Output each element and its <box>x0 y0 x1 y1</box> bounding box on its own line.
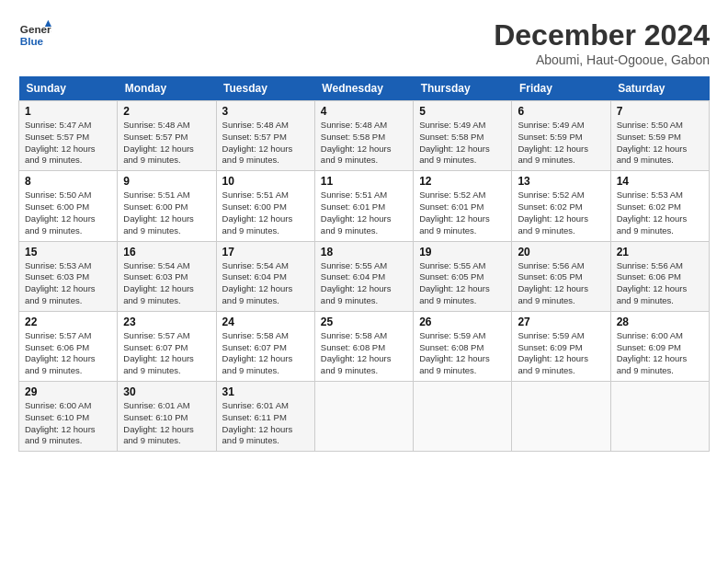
day-info: Sunrise: 5:54 AMSunset: 6:04 PMDaylight:… <box>222 260 309 307</box>
day-info: Sunrise: 5:58 AMSunset: 6:07 PMDaylight:… <box>222 330 309 377</box>
calendar-cell <box>314 382 413 452</box>
day-number: 26 <box>419 316 506 328</box>
calendar-cell: 1 Sunrise: 5:47 AMSunset: 5:57 PMDayligh… <box>19 101 118 171</box>
day-number: 29 <box>25 385 111 398</box>
weekday-header-thursday: Thursday <box>414 76 512 101</box>
day-info: Sunrise: 5:59 AMSunset: 6:09 PMDaylight:… <box>518 330 604 377</box>
calendar-cell: 13 Sunrise: 5:52 AMSunset: 6:02 PMDaylig… <box>512 171 610 241</box>
calendar-week-1: 1 Sunrise: 5:47 AMSunset: 5:57 PMDayligh… <box>19 101 710 171</box>
calendar-cell: 31 Sunrise: 6:01 AMSunset: 6:11 PMDaylig… <box>216 382 314 452</box>
calendar-cell: 15 Sunrise: 5:53 AMSunset: 6:03 PMDaylig… <box>19 241 118 311</box>
weekday-header-friday: Friday <box>512 76 610 101</box>
weekday-header-monday: Monday <box>118 76 216 101</box>
calendar-cell: 11 Sunrise: 5:51 AMSunset: 6:01 PMDaylig… <box>314 171 413 241</box>
calendar-cell: 14 Sunrise: 5:53 AMSunset: 6:02 PMDaylig… <box>610 171 709 241</box>
calendar-cell: 28 Sunrise: 6:00 AMSunset: 6:09 PMDaylig… <box>610 311 709 381</box>
day-info: Sunrise: 5:53 AMSunset: 6:03 PMDaylight:… <box>25 260 111 307</box>
calendar-cell: 22 Sunrise: 5:57 AMSunset: 6:06 PMDaylig… <box>19 311 118 381</box>
day-info: Sunrise: 5:52 AMSunset: 6:01 PMDaylight:… <box>419 190 506 236</box>
day-number: 25 <box>321 316 407 328</box>
day-info: Sunrise: 6:00 AMSunset: 6:10 PMDaylight:… <box>25 400 111 447</box>
day-info: Sunrise: 5:54 AMSunset: 6:03 PMDaylight:… <box>123 260 210 307</box>
calendar-cell: 23 Sunrise: 5:57 AMSunset: 6:07 PMDaylig… <box>118 311 216 381</box>
day-number: 2 <box>123 105 210 118</box>
day-info: Sunrise: 5:59 AMSunset: 6:08 PMDaylight:… <box>419 330 506 377</box>
day-number: 10 <box>222 175 309 188</box>
calendar-cell: 29 Sunrise: 6:00 AMSunset: 6:10 PMDaylig… <box>19 382 118 452</box>
calendar-cell: 4 Sunrise: 5:48 AMSunset: 5:58 PMDayligh… <box>314 101 413 171</box>
day-number: 20 <box>518 246 604 259</box>
day-info: Sunrise: 5:51 AMSunset: 6:00 PMDaylight:… <box>123 190 210 236</box>
page-header: General Blue December 2024 Aboumi, Haut-… <box>18 18 710 67</box>
calendar-cell: 7 Sunrise: 5:50 AMSunset: 5:59 PMDayligh… <box>610 101 709 171</box>
day-number: 22 <box>25 316 111 328</box>
calendar-cell: 27 Sunrise: 5:59 AMSunset: 6:09 PMDaylig… <box>512 311 610 381</box>
day-info: Sunrise: 5:50 AMSunset: 6:00 PMDaylight:… <box>25 190 111 236</box>
day-info: Sunrise: 6:00 AMSunset: 6:09 PMDaylight:… <box>617 330 703 377</box>
day-number: 23 <box>123 316 210 328</box>
day-number: 1 <box>25 105 111 118</box>
calendar-cell <box>512 382 610 452</box>
day-info: Sunrise: 5:55 AMSunset: 6:05 PMDaylight:… <box>419 260 506 307</box>
day-number: 14 <box>617 175 703 188</box>
day-number: 16 <box>123 246 210 259</box>
day-info: Sunrise: 5:47 AMSunset: 5:57 PMDaylight:… <box>25 120 111 167</box>
day-number: 21 <box>617 246 703 259</box>
calendar-cell: 30 Sunrise: 6:01 AMSunset: 6:10 PMDaylig… <box>118 382 216 452</box>
day-info: Sunrise: 6:01 AMSunset: 6:10 PMDaylight:… <box>123 400 210 447</box>
day-number: 15 <box>25 246 111 259</box>
calendar-cell: 12 Sunrise: 5:52 AMSunset: 6:01 PMDaylig… <box>414 171 512 241</box>
day-info: Sunrise: 5:56 AMSunset: 6:06 PMDaylight:… <box>617 260 703 307</box>
day-info: Sunrise: 5:51 AMSunset: 6:00 PMDaylight:… <box>222 190 309 236</box>
day-number: 17 <box>222 246 309 259</box>
day-number: 19 <box>419 246 506 259</box>
day-info: Sunrise: 5:56 AMSunset: 6:05 PMDaylight:… <box>518 260 604 307</box>
day-number: 11 <box>321 175 407 188</box>
day-info: Sunrise: 5:48 AMSunset: 5:58 PMDaylight:… <box>321 120 407 167</box>
calendar-cell: 19 Sunrise: 5:55 AMSunset: 6:05 PMDaylig… <box>414 241 512 311</box>
calendar-week-5: 29 Sunrise: 6:00 AMSunset: 6:10 PMDaylig… <box>19 382 710 452</box>
calendar-cell: 21 Sunrise: 5:56 AMSunset: 6:06 PMDaylig… <box>610 241 709 311</box>
day-number: 3 <box>222 105 309 118</box>
calendar-cell: 3 Sunrise: 5:48 AMSunset: 5:57 PMDayligh… <box>216 101 314 171</box>
day-number: 27 <box>518 316 604 328</box>
calendar-table: SundayMondayTuesdayWednesdayThursdayFrid… <box>18 76 710 452</box>
day-number: 8 <box>25 175 111 188</box>
day-number: 6 <box>518 105 604 118</box>
calendar-cell: 2 Sunrise: 5:48 AMSunset: 5:57 PMDayligh… <box>118 101 216 171</box>
weekday-header-saturday: Saturday <box>610 76 709 101</box>
calendar-cell: 16 Sunrise: 5:54 AMSunset: 6:03 PMDaylig… <box>118 241 216 311</box>
day-info: Sunrise: 5:50 AMSunset: 5:59 PMDaylight:… <box>617 120 703 167</box>
weekday-header-wednesday: Wednesday <box>314 76 413 101</box>
day-info: Sunrise: 5:58 AMSunset: 6:08 PMDaylight:… <box>321 330 407 377</box>
day-number: 13 <box>518 175 604 188</box>
logo: General Blue <box>18 18 51 52</box>
day-number: 18 <box>321 246 407 259</box>
calendar-cell: 26 Sunrise: 5:59 AMSunset: 6:08 PMDaylig… <box>414 311 512 381</box>
day-number: 4 <box>321 105 407 118</box>
day-number: 30 <box>123 385 210 398</box>
calendar-cell: 10 Sunrise: 5:51 AMSunset: 6:00 PMDaylig… <box>216 171 314 241</box>
calendar-week-3: 15 Sunrise: 5:53 AMSunset: 6:03 PMDaylig… <box>19 241 710 311</box>
day-info: Sunrise: 5:53 AMSunset: 6:02 PMDaylight:… <box>617 190 703 236</box>
weekday-header-sunday: Sunday <box>19 76 118 101</box>
day-info: Sunrise: 5:49 AMSunset: 5:59 PMDaylight:… <box>518 120 604 167</box>
weekday-header-tuesday: Tuesday <box>216 76 314 101</box>
calendar-week-2: 8 Sunrise: 5:50 AMSunset: 6:00 PMDayligh… <box>19 171 710 241</box>
calendar-cell <box>414 382 512 452</box>
day-info: Sunrise: 6:01 AMSunset: 6:11 PMDaylight:… <box>222 400 309 447</box>
calendar-cell: 17 Sunrise: 5:54 AMSunset: 6:04 PMDaylig… <box>216 241 314 311</box>
day-number: 28 <box>617 316 703 328</box>
calendar-cell: 24 Sunrise: 5:58 AMSunset: 6:07 PMDaylig… <box>216 311 314 381</box>
day-number: 5 <box>419 105 506 118</box>
calendar-cell: 18 Sunrise: 5:55 AMSunset: 6:04 PMDaylig… <box>314 241 413 311</box>
day-info: Sunrise: 5:57 AMSunset: 6:06 PMDaylight:… <box>25 330 111 377</box>
day-number: 7 <box>617 105 703 118</box>
title-block: December 2024 Aboumi, Haut-Ogooue, Gabon <box>494 18 710 67</box>
day-info: Sunrise: 5:52 AMSunset: 6:02 PMDaylight:… <box>518 190 604 236</box>
calendar-cell: 9 Sunrise: 5:51 AMSunset: 6:00 PMDayligh… <box>118 171 216 241</box>
logo-icon: General Blue <box>18 18 51 52</box>
day-info: Sunrise: 5:49 AMSunset: 5:58 PMDaylight:… <box>419 120 506 167</box>
day-info: Sunrise: 5:55 AMSunset: 6:04 PMDaylight:… <box>321 260 407 307</box>
day-info: Sunrise: 5:48 AMSunset: 5:57 PMDaylight:… <box>222 120 309 167</box>
